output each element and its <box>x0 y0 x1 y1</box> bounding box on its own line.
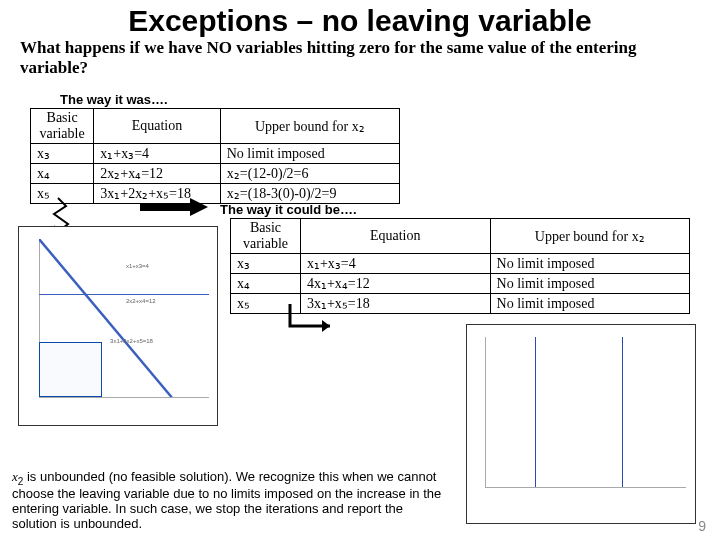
cell: No limit imposed <box>490 254 689 274</box>
page-number: 9 <box>698 518 706 534</box>
cell: No limit imposed <box>490 274 689 294</box>
arrow-right-icon <box>140 200 210 214</box>
th: Basic variable <box>31 109 94 144</box>
elbow-arrow-icon <box>282 302 342 342</box>
slide-title: Exceptions – no leaving variable <box>0 4 720 38</box>
th: Equation <box>300 219 490 254</box>
cell: No limit imposed <box>490 294 689 314</box>
plot-label: x1+x3=4 <box>126 263 149 269</box>
table-row: x₃ x₁+x₃=4 No limit imposed <box>231 254 690 274</box>
table-row: x₄ 2x₂+x₄=12 x₂=(12-0)/2=6 <box>31 164 400 184</box>
cell: x₁+x₃=4 <box>94 144 221 164</box>
plot-label: 2x2+x4=12 <box>126 298 156 304</box>
table-was: Basic variable Equation Upper bound for … <box>30 108 400 204</box>
th: Upper bound for x₂ <box>490 219 689 254</box>
table-row: x₅ 3x₁+2x₂+x₅=18 x₂=(18-3(0)-0)/2=9 <box>31 184 400 204</box>
table-row: x₃ x₁+x₃=4 No limit imposed <box>31 144 400 164</box>
slide-subtitle: What happens if we have NO variables hit… <box>20 38 700 77</box>
cell: x₃ <box>231 254 301 274</box>
conclusion-text: x2 is unbounded (no feasible solution). … <box>12 470 442 532</box>
table-could-be: Basic variable Equation Upper bound for … <box>230 218 690 314</box>
th: Upper bound for x₂ <box>220 109 399 144</box>
th: Basic variable <box>231 219 301 254</box>
plot-unbounded <box>466 324 696 524</box>
cell: x₂=(12-0)/2=6 <box>220 164 399 184</box>
table-row: x₄ 4x₁+x₄=12 No limit imposed <box>231 274 690 294</box>
plot-feasible-region: x1+x3=4 2x2+x4=12 3x1+2x2+x5=18 <box>18 226 218 426</box>
cell: x₂=(18-3(0)-0)/2=9 <box>220 184 399 204</box>
cell: x₄ <box>231 274 301 294</box>
cell: x₃ <box>31 144 94 164</box>
caption-was: The way it was…. <box>60 92 168 107</box>
caption-could-be: The way it could be…. <box>220 202 357 217</box>
plot-label: 3x1+2x2+x5=18 <box>110 338 153 344</box>
cell: 2x₂+x₄=12 <box>94 164 221 184</box>
cell: x₁+x₃=4 <box>300 254 490 274</box>
cell: No limit imposed <box>220 144 399 164</box>
conclusion-body: is unbounded (no feasible solution). We … <box>12 469 441 531</box>
th: Equation <box>94 109 221 144</box>
cell: x₄ <box>31 164 94 184</box>
cell: 4x₁+x₄=12 <box>300 274 490 294</box>
